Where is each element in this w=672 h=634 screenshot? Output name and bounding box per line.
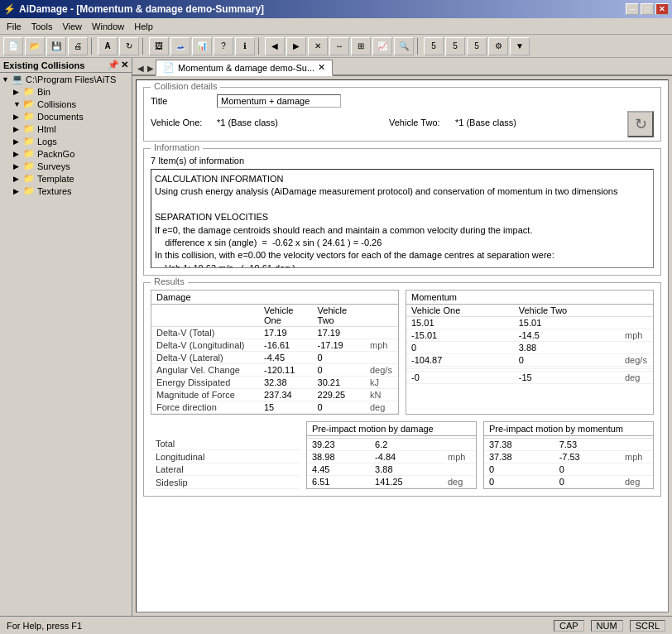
tree-item-2[interactable]: ▼📂Collisions: [0, 98, 132, 110]
preimpact-damage-row-3: 6.51 141.25 deg: [307, 476, 476, 488]
tree-item-7[interactable]: ▶📁Surveys: [0, 160, 132, 172]
toolbar-down[interactable]: ▼: [510, 37, 530, 55]
results-section: Results Damage Vehicle One Vehicle Two: [143, 282, 661, 497]
toolbar-img2[interactable]: 🗻: [170, 37, 190, 55]
refresh-button[interactable]: ↻: [627, 111, 654, 137]
toolbar-grid[interactable]: ⊞: [351, 37, 371, 55]
toolbar-new[interactable]: 📄: [3, 37, 23, 55]
toolbar-move[interactable]: ↔: [329, 37, 349, 55]
collision-details-label: Collision details: [151, 81, 220, 91]
toolbar-n1[interactable]: 5: [424, 37, 444, 55]
tree-item-0[interactable]: ▼💻C:\Program Files\AiTS: [0, 73, 132, 85]
prm-unit-2: [620, 463, 653, 476]
mom-v2-2: 3.88: [514, 342, 620, 354]
preimpact-momentum-container: Pre-impact motion by momentum 37.38 7.53…: [483, 421, 654, 489]
app-icon: ⚡: [3, 3, 16, 15]
tab-icon: 📄: [163, 62, 175, 73]
info-text-area[interactable]: CALCULATION INFORMATION Using crush ener…: [151, 169, 654, 268]
menu-help[interactable]: Help: [129, 20, 158, 33]
momentum-row-0: 15.01 15.01: [406, 317, 653, 329]
doc-content: Collision details Title Momentum + damag…: [136, 79, 669, 612]
tree-item-1[interactable]: ▶📁Bin: [0, 85, 132, 98]
tree-container: ▼💻C:\Program Files\AiTS▶📁Bin▼📂Collisions…: [0, 73, 132, 197]
tree-item-3[interactable]: ▶📁Documents: [0, 110, 132, 122]
prd-v1-1: 38.98: [307, 451, 370, 463]
toolbar-zoom[interactable]: 🔍: [394, 37, 414, 55]
prm-unit-1: mph: [620, 451, 653, 463]
damage-v1-0: 17.19: [259, 327, 313, 339]
prm-unit-3: deg: [620, 476, 653, 488]
damage-unit-1: mph: [365, 339, 398, 352]
preimpact-momentum-row-3: 0 0 deg: [484, 476, 653, 488]
damage-col-v1: Vehicle One: [259, 305, 313, 327]
toolbar-save[interactable]: 💾: [46, 37, 66, 55]
prm-v1-2: 0: [484, 463, 554, 476]
damage-v1-1: -16.61: [259, 339, 313, 352]
toolbar-n3[interactable]: 5: [467, 37, 487, 55]
preimpact-momentum-row-0: 37.38 7.53: [484, 439, 653, 451]
menu-view[interactable]: View: [57, 20, 87, 33]
scrl-indicator: SCRL: [630, 620, 665, 632]
sep2: [142, 38, 146, 55]
preimpact-label-1: Longitudinal: [151, 450, 300, 463]
damage-v2-5: 229.25: [313, 389, 365, 401]
preimpact-label-0: Total: [151, 438, 300, 450]
toolbar-bold[interactable]: A: [98, 37, 118, 55]
information-section: Information 7 Item(s) of information CAL…: [143, 148, 661, 276]
momentum-row-2: 0 3.88: [406, 342, 653, 354]
toolbar-arrow-right[interactable]: ▶: [286, 37, 306, 55]
toolbar-refresh[interactable]: ↻: [119, 37, 139, 55]
mom-v2-0: 15.01: [514, 317, 620, 329]
close-button[interactable]: ✕: [655, 3, 669, 15]
vehicles-row: Vehicle One: *1 (Base class) Vehicle Two…: [151, 118, 627, 127]
toolbar-help[interactable]: ?: [214, 37, 233, 55]
tab-nav-right[interactable]: ▶: [146, 62, 156, 74]
toolbar-settings[interactable]: ⚙: [488, 37, 508, 55]
tree-item-6[interactable]: ▶📁PacknGo: [0, 147, 132, 160]
toolbar-arrow-left[interactable]: ◀: [265, 37, 285, 55]
toolbar-chart[interactable]: 📈: [372, 37, 392, 55]
mom-v1-2: 0: [406, 342, 514, 354]
toolbar-img3[interactable]: 📊: [192, 37, 212, 55]
cap-indicator: CAP: [554, 620, 584, 632]
toolbar-print[interactable]: 🖨: [68, 37, 88, 55]
tree-item-8[interactable]: ▶📁Template: [0, 172, 132, 185]
damage-v1-2: -4.45: [259, 352, 313, 364]
prd-unit-2: [443, 463, 476, 476]
toolbar-info[interactable]: ℹ: [235, 37, 255, 55]
damage-unit-0: [365, 327, 398, 339]
toolbar-delete[interactable]: ✕: [308, 37, 328, 55]
damage-row-0: Delta-V (Total) 17.19 17.19: [151, 327, 398, 339]
title-bar: ⚡ AiDamage - [Momentum & damage demo-Sum…: [0, 0, 672, 18]
prd-v1-0: 39.23: [307, 439, 370, 451]
damage-v2-6: 0: [313, 401, 365, 414]
restore-button[interactable]: □: [641, 3, 654, 15]
damage-row-2: Delta-V (Lateral) -4.45 0: [151, 352, 398, 364]
tree-item-9[interactable]: ▶📁Textures: [0, 185, 132, 197]
preimpact-momentum-row-2: 0 0: [484, 463, 653, 476]
toolbar-img1[interactable]: 🖼: [149, 37, 169, 55]
tree-item-5[interactable]: ▶📁Logs: [0, 135, 132, 147]
sidebar-pin-button[interactable]: 📌: [108, 60, 119, 70]
toolbar-open[interactable]: 📂: [25, 37, 45, 55]
damage-v2-4: 30.21: [313, 377, 365, 389]
preimpact-momentum-table: 37.38 7.53 37.38 -7.53 mph0 0 0 0 deg: [484, 436, 653, 488]
sidebar: Existing Collisions 📌 ✕ ▼💻C:\Program Fil…: [0, 58, 132, 616]
tab-nav-left[interactable]: ◀: [136, 62, 146, 74]
menu-file[interactable]: File: [2, 20, 26, 33]
minimize-button[interactable]: ─: [626, 3, 639, 15]
tree-item-4[interactable]: ▶📁Html: [0, 122, 132, 135]
sidebar-close-button[interactable]: ✕: [121, 60, 128, 70]
sidebar-header: Existing Collisions 📌 ✕: [0, 58, 132, 73]
sep3: [258, 38, 262, 55]
menu-window[interactable]: Window: [87, 20, 129, 33]
preimpact-damage-container: Pre-impact motion by damage 39.23 6.2 38…: [306, 421, 477, 489]
toolbar: 📄 📂 💾 🖨 A ↻ 🖼 🗻 📊 ? ℹ ◀ ▶ ✕ ↔ ⊞ 📈 🔍 5 5 …: [0, 35, 672, 58]
damage-row-label-3: Angular Vel. Change: [151, 364, 259, 377]
tab-main[interactable]: 📄 Momentum & damage demo-Su... ✕: [156, 60, 333, 76]
tab-close-icon[interactable]: ✕: [318, 62, 325, 73]
num-indicator: NUM: [591, 620, 623, 632]
menu-tools[interactable]: Tools: [26, 20, 58, 33]
toolbar-n2[interactable]: 5: [445, 37, 465, 55]
vehicle-two-label: Vehicle Two:: [389, 118, 455, 127]
